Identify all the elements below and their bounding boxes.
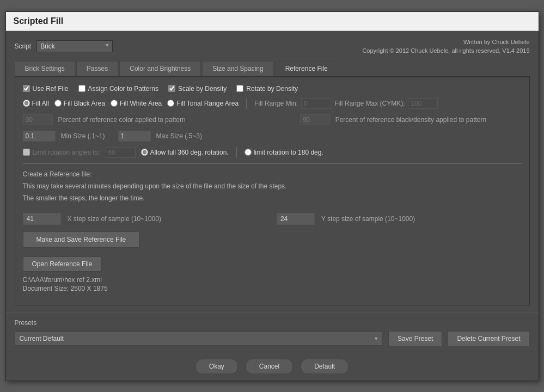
preset-select[interactable]: Current Default [15, 332, 383, 346]
copyright-text: Written by Chuck Uebele Copyright © 2012… [362, 38, 529, 56]
tab-brick-settings[interactable]: Brick Settings [15, 61, 75, 76]
title-bar: Scripted Fill [6, 12, 539, 31]
make-save-reference-button[interactable]: Make and Save Reference File [23, 231, 140, 248]
fill-range-max-input[interactable] [408, 98, 438, 109]
preset-select-wrapper: Current Default [15, 332, 383, 346]
fill-range-group: Fill Range Min: Fill Range Max (CYMK): [254, 98, 521, 109]
size-row: Min Size (.1~1) Max Size (.5~3) [23, 131, 522, 142]
y-step-label: Y step size of sample (10~1000) [321, 215, 415, 223]
fill-all-radio[interactable]: Fill All [23, 100, 49, 107]
script-label: Script [15, 42, 32, 50]
fill-range-min-label: Fill Range Min: [254, 100, 298, 107]
min-size-label: Min Size (.1~1) [61, 132, 105, 140]
info-line1: This may take several minutes depending … [23, 181, 522, 191]
percent-row: Percent of reference color applied to pa… [23, 114, 522, 125]
save-preset-button[interactable]: Save Preset [388, 331, 442, 346]
x-step-label: X step size of sample (10~1000) [68, 215, 161, 223]
rotation-divider [236, 147, 237, 158]
limit-rotation-checkbox[interactable]: Limit rotation angles to: [23, 149, 100, 156]
scripted-fill-dialog: Scripted Fill Script Brick Written by Ch… [5, 11, 539, 381]
percent-color-label: Percent of reference color applied to pa… [58, 116, 186, 124]
min-size-input[interactable] [23, 131, 56, 142]
info-line2: The smaller the steps, the longer the ti… [23, 193, 522, 203]
doc-size: Document Size: 2500 X 1875 [23, 285, 522, 292]
fill-white-radio[interactable]: Fill White Area [111, 100, 162, 107]
fill-tonal-radio[interactable]: Fill Tonal Range Area [167, 100, 239, 107]
delete-preset-button[interactable]: Delete Current Preset [448, 331, 529, 346]
tab-size-spacing[interactable]: Size and Spacing [202, 61, 273, 76]
rotate-by-density-checkbox[interactable]: Rotate by Density [236, 85, 298, 93]
limit-180-radio[interactable]: limit rotation to 180 deg. [245, 149, 323, 156]
max-size-input[interactable] [118, 131, 151, 142]
separator [23, 163, 522, 164]
checkbox-row: Use Ref File Assign Color to Patterns Sc… [23, 85, 522, 93]
tab-reference-file[interactable]: Reference File [275, 61, 338, 76]
make-save-btn-row: Make and Save Reference File [23, 231, 522, 252]
radio-row: Fill All Fill Black Area Fill White Area… [23, 98, 522, 109]
rotation-angle-input[interactable] [106, 147, 136, 158]
assign-color-checkbox[interactable]: Assign Color to Patterns [78, 85, 158, 93]
script-select-wrapper: Brick [36, 40, 113, 52]
fill-range-max-label: Fill Range Max (CYMK): [334, 100, 405, 107]
file-path: C:\AAA\forum\hex ref 2.xml [23, 276, 522, 284]
presets-section: Presets Current Default Save Preset Dele… [6, 312, 539, 352]
open-reference-button[interactable]: Open Reference File [23, 256, 102, 272]
script-select[interactable]: Brick [36, 40, 113, 52]
scale-by-density-checkbox[interactable]: Scale by Density [168, 85, 227, 93]
tab-color-brightness[interactable]: Color and Brightness [119, 61, 201, 76]
cancel-button[interactable]: Cancel [246, 359, 293, 374]
fill-range-min-input[interactable] [301, 98, 331, 109]
info-heading: Create a Reference file: [23, 169, 522, 179]
tabs: Brick Settings Passes Color and Brightne… [15, 61, 530, 77]
footer: Okay Cancel Default [6, 352, 539, 381]
okay-button[interactable]: Okay [195, 359, 238, 374]
percent-color-input[interactable] [23, 114, 53, 125]
default-button[interactable]: Default [301, 359, 349, 374]
y-step-input[interactable] [277, 213, 315, 225]
open-ref-btn-row: Open Reference File [23, 256, 522, 272]
rotation-row: Limit rotation angles to: Allow full 360… [23, 147, 522, 158]
script-row: Script Brick Written by Chuck Uebele Cop… [15, 38, 530, 56]
vertical-divider [246, 98, 247, 109]
presets-label: Presets [15, 319, 530, 327]
tab-passes[interactable]: Passes [76, 61, 118, 76]
percent-density-label: Percent of reference black/density appli… [335, 116, 487, 124]
content-area: Script Brick Written by Chuck Uebele Cop… [6, 31, 539, 312]
max-size-label: Max Size (.5~3) [156, 132, 202, 140]
full-360-radio[interactable]: Allow full 360 deg. rotation. [141, 149, 229, 156]
fill-black-radio[interactable]: Fill Black Area [54, 100, 105, 107]
dialog-title: Scripted Fill [14, 16, 64, 26]
tab-content: Use Ref File Assign Color to Patterns Sc… [15, 77, 530, 305]
x-step-input[interactable] [23, 213, 61, 225]
percent-density-input[interactable] [300, 114, 330, 125]
use-ref-file-checkbox[interactable]: Use Ref File [23, 85, 69, 93]
step-row: X step size of sample (10~1000) Y step s… [23, 213, 522, 225]
presets-row: Current Default Save Preset Delete Curre… [15, 331, 530, 346]
